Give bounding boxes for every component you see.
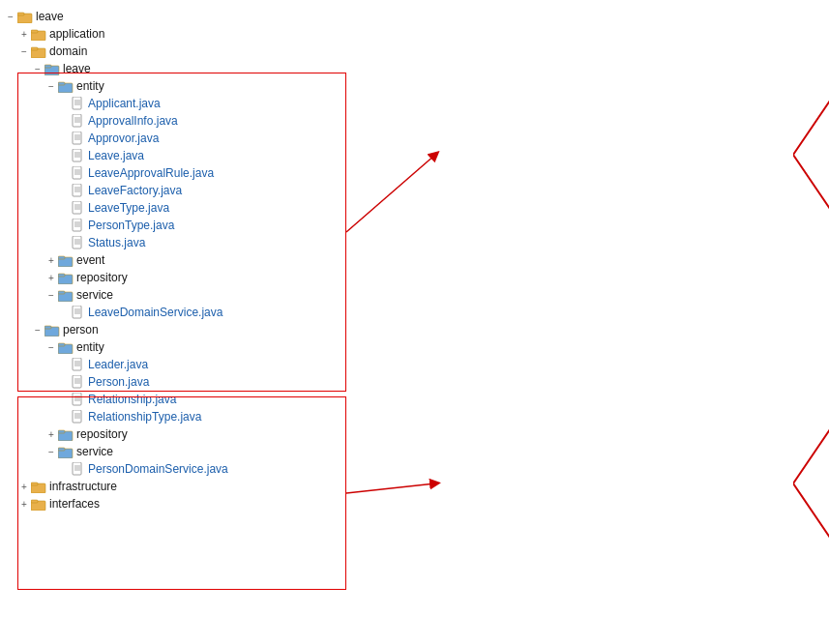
svg-rect-22	[73, 149, 81, 161]
main-container: − leave+ application− domain− leave− ent…	[0, 0, 829, 644]
folder-icon	[58, 428, 74, 441]
tree-item: − service	[4, 286, 354, 304]
tree-item: Approvor.java	[4, 130, 354, 147]
item-label: LeaveDomainService.java	[88, 306, 222, 319]
svg-rect-34	[73, 201, 81, 214]
svg-rect-59	[58, 343, 65, 346]
item-label: LeaveType.java	[88, 201, 169, 215]
svg-rect-77	[58, 430, 65, 433]
item-label: domain	[49, 44, 87, 58]
item-label: infrastructure	[49, 480, 117, 493]
svg-rect-64	[73, 375, 81, 388]
tree-item: − leave	[4, 8, 354, 25]
folder-icon	[58, 446, 74, 458]
svg-rect-51	[58, 291, 65, 294]
tree-expander[interactable]: +	[44, 273, 58, 283]
folder-icon	[44, 63, 60, 75]
tree-item: − entity	[4, 77, 354, 95]
svg-rect-30	[73, 184, 81, 196]
tree-expander[interactable]: −	[44, 81, 58, 92]
tree-item: Person.java	[4, 373, 354, 391]
tree-item: − person	[4, 321, 354, 338]
tree-item: Applicant.java	[4, 95, 354, 112]
file-icon	[72, 97, 85, 110]
svg-rect-38	[73, 219, 81, 231]
item-label: entity	[76, 340, 104, 354]
left-panel: − leave+ application− domain− leave− ent…	[0, 0, 358, 644]
file-icon	[72, 184, 85, 197]
tree-item: − leave	[4, 60, 354, 77]
file-icon	[72, 410, 85, 424]
tree-item: − service	[4, 443, 354, 460]
item-label: Leader.java	[88, 358, 148, 371]
tree-item: + repository	[4, 269, 354, 286]
tree-item: + infrastructure	[4, 478, 354, 495]
folder-icon	[31, 481, 46, 493]
svg-rect-14	[73, 114, 81, 127]
item-label: event	[76, 253, 104, 267]
svg-rect-49	[58, 274, 65, 277]
tree-expander[interactable]: +	[44, 429, 58, 440]
tree-item: + event	[4, 251, 354, 269]
right-panel: − leave− entity Applicant.java ApprovalI…	[358, 0, 829, 644]
svg-rect-42	[73, 236, 81, 249]
tree-expander[interactable]: +	[17, 29, 31, 40]
file-icon	[72, 114, 85, 128]
file-icon	[72, 306, 85, 319]
svg-rect-26	[73, 166, 81, 179]
tree-item: + application	[4, 25, 354, 43]
file-icon	[72, 201, 85, 215]
tree-item: PersonType.java	[4, 217, 354, 234]
tree-item: LeaveType.java	[4, 199, 354, 217]
tree-item: ApprovalInfo.java	[4, 112, 354, 130]
folder-icon	[31, 498, 46, 511]
item-label: ApprovalInfo.java	[88, 114, 178, 128]
tree-expander[interactable]: −	[44, 342, 58, 353]
tree-expander[interactable]: −	[31, 325, 44, 336]
tree-expander[interactable]: +	[44, 255, 58, 266]
item-label: PersonType.java	[88, 219, 174, 232]
item-label: RelationshipType.java	[88, 410, 201, 424]
tree-item: LeaveApprovalRule.java	[4, 164, 354, 182]
tree-expander[interactable]: −	[4, 12, 17, 22]
tree-item: PersonDomainService.java	[4, 460, 354, 478]
svg-rect-1	[17, 13, 24, 15]
tree-expander[interactable]: −	[44, 290, 58, 301]
item-label: Person.java	[88, 375, 149, 389]
tree-expander[interactable]: −	[17, 46, 31, 57]
item-label: Status.java	[88, 236, 145, 249]
svg-rect-5	[31, 47, 38, 50]
tree-item: RelationshipType.java	[4, 408, 354, 425]
tree-item: − domain	[4, 43, 354, 60]
item-label: leave	[36, 10, 64, 23]
svg-rect-85	[31, 483, 38, 485]
folder-icon	[58, 80, 74, 93]
tree-item: LeaveFactory.java	[4, 182, 354, 199]
svg-rect-60	[73, 358, 81, 370]
item-label: leave	[63, 62, 91, 75]
item-label: repository	[76, 271, 128, 284]
svg-rect-18	[73, 132, 81, 144]
file-icon	[72, 149, 85, 162]
tree-expander[interactable]: +	[17, 482, 31, 492]
tree-item: − entity	[4, 338, 354, 356]
item-label: interfaces	[49, 497, 100, 511]
tree-expander[interactable]: +	[17, 499, 31, 510]
item-label: entity	[76, 79, 104, 93]
item-label: repository	[76, 427, 128, 441]
folder-icon	[58, 341, 74, 354]
file-icon	[72, 393, 85, 406]
item-label: service	[76, 288, 113, 302]
item-label: LeaveApprovalRule.java	[88, 166, 214, 180]
tree-expander[interactable]: −	[44, 447, 58, 457]
tree-item: + interfaces	[4, 495, 354, 512]
item-label: application	[49, 27, 104, 41]
item-label: Relationship.java	[88, 393, 176, 406]
file-icon	[72, 236, 85, 249]
svg-rect-57	[44, 326, 51, 329]
svg-rect-10	[73, 97, 81, 109]
tree-expander[interactable]: −	[31, 64, 44, 74]
tree-item: Relationship.java	[4, 391, 354, 408]
svg-rect-47	[58, 256, 65, 259]
file-icon	[72, 462, 85, 476]
